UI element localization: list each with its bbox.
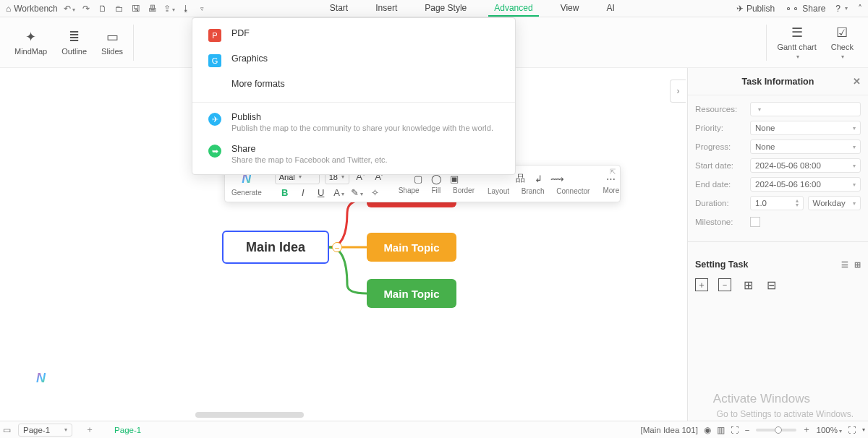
dd-more-formats[interactable]: More formats [192, 73, 515, 98]
print-icon[interactable]: 🖶 [147, 4, 158, 14]
menu-insert[interactable]: Insert [370, 1, 403, 17]
ribbon-outline[interactable]: ≣Outline [54, 29, 94, 56]
mindmap-icon: ✦ [25, 29, 36, 45]
node-main-topic-3[interactable]: Main Topic [367, 279, 456, 308]
font-color-icon[interactable]: A▾ [333, 187, 346, 198]
node-main-idea[interactable]: Main Idea [222, 231, 329, 264]
dd-publish[interactable]: ✈ Publish Publish the map to the communi… [192, 106, 515, 138]
end-date-field[interactable]: 2024-05-06 16:00 [750, 177, 861, 192]
check-icon: ☑ [836, 25, 848, 40]
remove-subtask-icon[interactable]: － [718, 278, 731, 291]
dd-pdf-label: PDF [231, 28, 250, 38]
setting-task-title: Setting Task [695, 259, 748, 270]
underline-icon[interactable]: U [315, 187, 328, 198]
grid-remove-icon[interactable]: ⊟ [765, 278, 778, 291]
panel-collapse-handle[interactable]: › [670, 80, 686, 103]
fb-generate-label: Generate [231, 189, 262, 197]
share-button[interactable]: ⚬⚬Share [785, 4, 825, 14]
publish-icon: ✈ [736, 4, 744, 14]
ribbon-gantt-label: Gantt chart [777, 43, 816, 51]
dd-graphics-label: Graphics [231, 53, 268, 64]
task-info-panel: Task Information ✕ Resources: Priority:N… [687, 68, 868, 421]
horizontal-scrollbar[interactable] [195, 412, 304, 418]
milestone-checkbox[interactable] [750, 217, 760, 227]
status-view1-icon[interactable]: ◉ [704, 425, 711, 435]
panel-title: Task Information [742, 77, 814, 87]
bold-icon[interactable]: B [278, 187, 292, 198]
dd-share[interactable]: ➥ Share Share the map to Facebook and Tw… [192, 138, 515, 170]
highlight-icon[interactable]: ✎▾ [351, 187, 364, 198]
resources-field[interactable] [750, 102, 861, 116]
fb-branch-label: Branch [522, 187, 545, 195]
redo-icon[interactable]: ↷ [80, 4, 92, 14]
setting-list-icon[interactable]: ☰ [841, 260, 848, 270]
share-circle-icon: ➥ [208, 145, 221, 158]
gantt-icon: ☰ [791, 25, 803, 40]
italic-icon[interactable]: I [297, 187, 310, 198]
export-icon[interactable]: ⇪▾ [163, 4, 175, 14]
slides-icon: ▭ [106, 29, 119, 45]
fb-shape-label: Shape [399, 186, 420, 194]
share-icon: ⚬⚬ [785, 4, 799, 14]
branch-icon[interactable]: ↲ [532, 173, 545, 184]
connector-icon[interactable]: ⟿ [550, 173, 563, 184]
collapse-node-icon[interactable]: – [332, 242, 342, 252]
grid-add-icon[interactable]: ⊞ [741, 278, 754, 291]
panel-close-icon[interactable]: ✕ [853, 76, 861, 87]
open-folder-icon[interactable]: 🗀 [114, 4, 125, 14]
outline-icon: ≣ [69, 29, 80, 45]
progress-field[interactable]: None [750, 139, 861, 154]
ribbon-gantt[interactable]: ☰Gantt chart▾ [770, 25, 823, 60]
dd-share-title: Share [231, 144, 388, 154]
main-menu: Start Insert Page Style Advanced View AI [208, 1, 736, 17]
workbench-home[interactable]: ⌂ Workbench [6, 4, 58, 14]
import-icon[interactable]: ⭳ [180, 4, 192, 14]
ribbon-divider [766, 25, 767, 61]
menu-start[interactable]: Start [324, 1, 354, 17]
duration-value-field[interactable]: 1.0▴▾ [750, 196, 804, 210]
zoom-value[interactable]: 100%▾ [817, 426, 842, 434]
collapse-ribbon-icon[interactable]: ˄ [858, 4, 862, 14]
start-date-field[interactable]: 2024-05-06 08:00 [750, 158, 861, 173]
menu-ai[interactable]: AI [600, 1, 620, 17]
zoom-slider[interactable] [756, 429, 796, 431]
ribbon-check[interactable]: ☑Check▾ [824, 25, 861, 60]
home-icon: ⌂ [6, 4, 11, 14]
setting-grid-icon[interactable]: ⊞ [854, 260, 861, 270]
dd-graphics[interactable]: G Graphics [192, 48, 515, 73]
more-qa-icon[interactable]: ▿ [197, 5, 208, 12]
end-date-label: End date: [695, 180, 750, 189]
clear-format-icon[interactable]: ✧ [369, 187, 382, 198]
node-main-topic-2[interactable]: Main Topic [367, 233, 456, 262]
publish-button[interactable]: ✈Publish [736, 4, 775, 14]
workbench-label: Workbench [14, 4, 57, 14]
page-tab[interactable]: Page-1 [114, 426, 141, 434]
menu-page-style[interactable]: Page Style [419, 1, 472, 17]
add-subtask-icon[interactable]: ＋ [695, 278, 708, 291]
menu-view[interactable]: View [555, 1, 585, 17]
status-caret-icon[interactable]: ▾ [862, 426, 865, 433]
status-fit-icon[interactable]: ⛶ [731, 426, 739, 434]
floatbar-pin-icon[interactable]: ⇱ [610, 168, 616, 176]
undo-icon[interactable]: ↶▾ [64, 4, 75, 14]
status-view2-icon[interactable]: ▥ [717, 425, 725, 435]
help-button[interactable]: ?▾ [835, 4, 848, 14]
ribbon-check-label: Check [831, 43, 854, 51]
menu-advanced[interactable]: Advanced [488, 1, 538, 17]
save-icon[interactable]: 🖫 [130, 4, 142, 14]
dd-pdf[interactable]: P PDF [192, 22, 515, 48]
fullscreen-icon[interactable]: ⛶ [848, 426, 856, 434]
priority-field[interactable]: None [750, 121, 861, 135]
ribbon-slides[interactable]: ▭Slides [94, 29, 130, 56]
ribbon-mindmap[interactable]: ✦MindMap [7, 29, 54, 56]
duration-unit-field[interactable]: Workday [808, 196, 861, 210]
page-selector[interactable]: Page-1▾ [18, 424, 72, 437]
zoom-in-icon[interactable]: ＋ [802, 424, 811, 435]
status-docinfo: [Main Idea 101] [641, 426, 698, 434]
progress-label: Progress: [695, 142, 750, 151]
layout-icon[interactable]: 品 [514, 172, 527, 185]
zoom-out-icon[interactable]: − [745, 426, 750, 434]
new-file-icon[interactable]: 🗋 [97, 4, 109, 14]
add-page-button[interactable]: ＋ [82, 424, 97, 435]
status-pages-icon[interactable]: ▭ [3, 425, 11, 435]
